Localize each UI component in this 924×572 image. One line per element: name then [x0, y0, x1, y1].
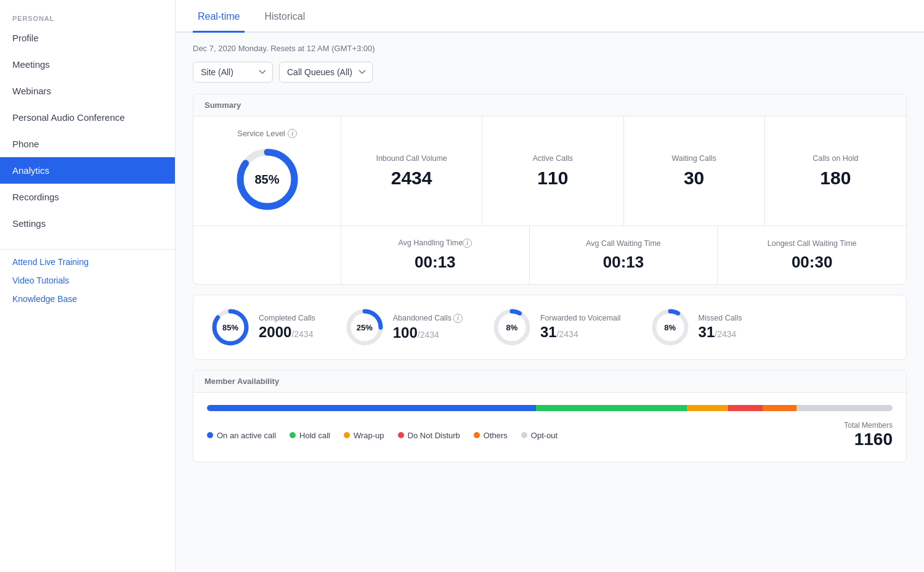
stat-avg-handling-time: Avg Handling Timei 00:13	[341, 226, 530, 284]
content-area: Dec 7, 2020 Monday. Resets at 12 AM (GMT…	[176, 33, 924, 570]
legend-label-do-not-disturb: Do Not Disturb	[408, 431, 460, 440]
mini-stat-missed-calls: 8% Missed Calls 31/2434	[650, 308, 742, 347]
completed-calls-donut: 85%	[211, 308, 250, 347]
stat-label-avg-call-waiting-time: Avg Call Waiting Time	[586, 239, 661, 248]
legend-dot-others	[474, 432, 480, 438]
legend-dot-hold-call	[290, 432, 296, 438]
filters-row: Site (All)Site ASite B Call Queues (All)…	[193, 62, 907, 83]
sidebar-links-section: Attend Live Training Video Tutorials Kno…	[0, 249, 175, 311]
legend-label-opt-out: Opt-out	[531, 431, 557, 440]
stats-grid-row1: Inbound Call Volume 2434 Active Calls 11…	[341, 116, 906, 226]
total-members-label-text: Total Members	[844, 421, 893, 430]
summary-header: Summary	[193, 94, 906, 116]
stat-longest-call-waiting-time: Longest Call Waiting Time 00:30	[718, 226, 906, 284]
legend-item-do-not-disturb: Do Not Disturb	[398, 431, 460, 440]
stat-avg-call-waiting-time: Avg Call Waiting Time 00:13	[530, 226, 718, 284]
attend-live-training-link[interactable]: Attend Live Training	[12, 257, 163, 267]
member-availability-content: On an active call Hold call Wrap-up Do N…	[193, 393, 906, 462]
bar-segment-hold-call	[536, 405, 687, 411]
sidebar-item-recordings[interactable]: Recordings	[0, 184, 175, 210]
mini-stats-row: 85% Completed Calls 2000/2434 25% Abando…	[211, 308, 889, 347]
total-members-count: 1160	[844, 430, 893, 449]
summary-row-1: Service Level i 85% Inbound Call Volume …	[193, 116, 906, 226]
abandoned-calls-info-icon[interactable]: i	[453, 314, 463, 323]
legend-dot-do-not-disturb	[398, 432, 404, 438]
missed-calls-title: Missed Calls	[699, 314, 742, 322]
call-breakdown-section: 85% Completed Calls 2000/2434 25% Abando…	[193, 295, 907, 360]
tab-realtime[interactable]: Real-time	[193, 0, 245, 33]
forwarded-to-voicemail-value: 31/2434	[540, 324, 621, 341]
stat-value-inbound-call-volume: 2434	[391, 168, 432, 189]
stat-active-calls: Active Calls 110	[482, 116, 623, 226]
completed-calls-percent: 85%	[222, 323, 238, 332]
legend-item-others: Others	[474, 431, 508, 440]
service-level-card: Service Level i 85%	[193, 116, 341, 226]
missed-calls-value: 31/2434	[699, 324, 742, 341]
stat-label-avg-handling-time: Avg Handling Timei	[398, 239, 472, 248]
sidebar-item-profile[interactable]: Profile	[0, 25, 175, 51]
availability-bar	[207, 405, 893, 411]
forwarded-to-voicemail-text: Forwarded to Voicemail 31/2434	[540, 314, 621, 341]
legend-dot-opt-out	[521, 432, 527, 438]
sidebar-item-personal-audio-conference[interactable]: Personal Audio Conference	[0, 104, 175, 131]
legend-label-wrap-up: Wrap-up	[354, 431, 384, 440]
main-content: Real-timeHistorical Dec 7, 2020 Monday. …	[176, 0, 924, 572]
stat-value-active-calls: 110	[537, 168, 568, 189]
stat-value-waiting-calls: 30	[684, 168, 704, 189]
summary-row-2: Avg Handling Timei 00:13 Avg Call Waitin…	[193, 226, 906, 284]
stat-inbound-call-volume: Inbound Call Volume 2434	[341, 116, 482, 226]
video-tutorials-link[interactable]: Video Tutorials	[12, 276, 163, 285]
legend-and-total: On an active call Hold call Wrap-up Do N…	[207, 421, 893, 449]
stat-waiting-calls: Waiting Calls 30	[624, 116, 765, 226]
legend-label-others: Others	[484, 431, 508, 440]
service-level-title: Service Level i	[237, 129, 297, 138]
sidebar-item-analytics[interactable]: Analytics	[0, 157, 175, 184]
completed-calls-text: Completed Calls 2000/2434	[259, 314, 315, 341]
missed-calls-text: Missed Calls 31/2434	[699, 314, 742, 341]
abandoned-calls-title: Abandoned Callsi	[393, 314, 463, 323]
abandoned-calls-donut: 25%	[345, 308, 384, 347]
tabs-bar: Real-timeHistorical	[176, 0, 924, 33]
service-level-donut: 85%	[233, 145, 301, 213]
stat-label-inbound-call-volume: Inbound Call Volume	[376, 154, 447, 163]
legend-row: On an active call Hold call Wrap-up Do N…	[207, 431, 557, 440]
abandoned-calls-percent: 25%	[357, 323, 373, 332]
sidebar-item-webinars[interactable]: Webinars	[0, 78, 175, 104]
bar-segment-do-not-disturb	[728, 405, 763, 411]
member-availability-header: Member Availability	[193, 370, 906, 393]
site-filter[interactable]: Site (All)Site ASite B	[193, 62, 273, 83]
forwarded-to-voicemail-donut: 8%	[492, 308, 532, 347]
legend-label-active-call: On an active call	[217, 431, 276, 440]
sidebar-item-meetings[interactable]: Meetings	[0, 51, 175, 78]
mini-stat-completed-calls: 85% Completed Calls 2000/2434	[211, 308, 315, 347]
stat-label-waiting-calls: Waiting Calls	[671, 154, 716, 163]
tab-historical[interactable]: Historical	[259, 0, 310, 33]
stat-label-active-calls: Active Calls	[533, 154, 573, 163]
member-availability-section: Member Availability On an active call Ho…	[193, 370, 907, 462]
stat-calls-on-hold: Calls on Hold 180	[765, 116, 906, 226]
stat-value-avg-call-waiting-time: 00:13	[603, 253, 644, 272]
call-queues-filter[interactable]: Call Queues (All)Queue 1Queue 2	[279, 62, 373, 83]
avg-handling-time-info-icon[interactable]: i	[463, 239, 472, 248]
completed-calls-title: Completed Calls	[259, 314, 315, 322]
bar-segment-active-call	[207, 405, 536, 411]
knowledge-base-link[interactable]: Knowledge Base	[12, 294, 163, 304]
legend-dot-active-call	[207, 432, 213, 438]
sidebar-nav: ProfileMeetingsWebinarsPersonal Audio Co…	[0, 25, 175, 237]
forwarded-to-voicemail-title: Forwarded to Voicemail	[540, 314, 621, 322]
date-info: Dec 7, 2020 Monday. Resets at 12 AM (GMT…	[193, 44, 907, 53]
abandoned-calls-text: Abandoned Callsi 100/2434	[393, 314, 463, 341]
legend-item-hold-call: Hold call	[290, 431, 330, 440]
sidebar-item-phone[interactable]: Phone	[0, 131, 175, 157]
legend-item-wrap-up: Wrap-up	[344, 431, 384, 440]
service-level-info-icon[interactable]: i	[288, 129, 297, 138]
forwarded-to-voicemail-percent: 8%	[506, 323, 518, 332]
empty-cell	[193, 226, 341, 284]
legend-label-hold-call: Hold call	[299, 431, 330, 440]
missed-calls-percent: 8%	[664, 323, 676, 332]
sidebar-item-settings[interactable]: Settings	[0, 210, 175, 237]
legend-item-active-call: On an active call	[207, 431, 276, 440]
stat-value-calls-on-hold: 180	[820, 168, 851, 189]
stat-label-longest-call-waiting-time: Longest Call Waiting Time	[768, 239, 857, 248]
bar-segment-others	[763, 405, 797, 411]
